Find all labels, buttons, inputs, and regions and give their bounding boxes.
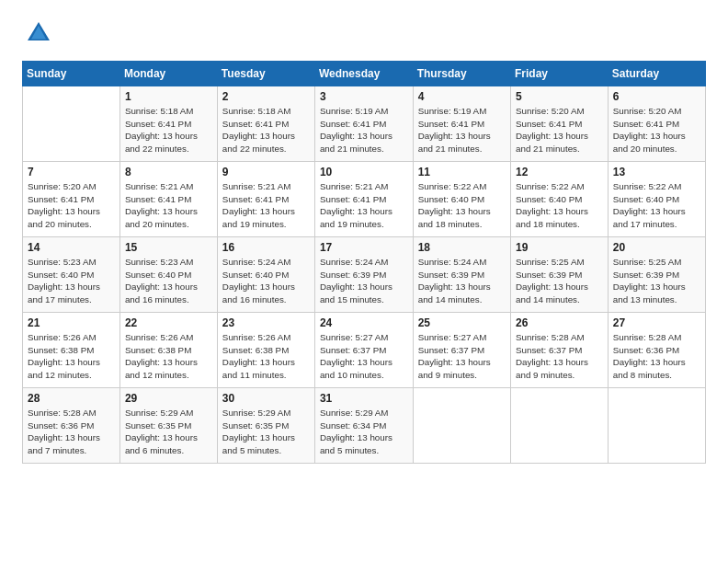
day-number: 30: [222, 392, 310, 405]
day-cell: 22Sunrise: 5:26 AMSunset: 6:38 PMDayligh…: [119, 313, 217, 388]
day-number: 12: [516, 166, 603, 178]
weekday-tuesday: Tuesday: [217, 62, 314, 86]
day-cell: 27Sunrise: 5:28 AMSunset: 6:36 PMDayligh…: [608, 313, 705, 388]
day-number: 5: [516, 90, 603, 103]
day-cell: 23Sunrise: 5:26 AMSunset: 6:38 PMDayligh…: [217, 313, 314, 388]
day-cell: 10Sunrise: 5:21 AMSunset: 6:41 PMDayligh…: [314, 162, 413, 237]
day-number: 18: [418, 241, 506, 254]
week-row-3: 14Sunrise: 5:23 AMSunset: 6:40 PMDayligh…: [23, 237, 706, 313]
day-number: 3: [320, 90, 408, 103]
weekday-saturday: Saturday: [608, 62, 705, 86]
day-cell: 25Sunrise: 5:27 AMSunset: 6:37 PMDayligh…: [413, 313, 510, 388]
day-cell: 7Sunrise: 5:20 AMSunset: 6:41 PMDaylight…: [23, 162, 120, 237]
day-number: 27: [613, 316, 700, 329]
day-info: Sunrise: 5:28 AMSunset: 6:36 PMDaylight:…: [28, 407, 115, 457]
day-info: Sunrise: 5:24 AMSunset: 6:40 PMDaylight:…: [222, 256, 310, 306]
day-number: 22: [125, 316, 212, 329]
day-cell: 13Sunrise: 5:22 AMSunset: 6:40 PMDayligh…: [608, 162, 705, 237]
day-info: Sunrise: 5:25 AMSunset: 6:39 PMDaylight:…: [613, 256, 700, 306]
day-info: Sunrise: 5:21 AMSunset: 6:41 PMDaylight:…: [222, 180, 310, 231]
day-cell: 21Sunrise: 5:26 AMSunset: 6:38 PMDayligh…: [23, 313, 120, 388]
day-info: Sunrise: 5:23 AMSunset: 6:40 PMDaylight:…: [125, 256, 212, 306]
day-cell: 15Sunrise: 5:23 AMSunset: 6:40 PMDayligh…: [119, 237, 217, 313]
day-cell: 11Sunrise: 5:22 AMSunset: 6:40 PMDayligh…: [413, 162, 510, 237]
day-number: 1: [125, 90, 212, 103]
day-number: 2: [222, 90, 310, 103]
day-cell: 24Sunrise: 5:27 AMSunset: 6:37 PMDayligh…: [314, 313, 413, 388]
day-cell: 19Sunrise: 5:25 AMSunset: 6:39 PMDayligh…: [510, 237, 608, 313]
day-number: 4: [418, 90, 506, 103]
day-cell: [510, 388, 608, 464]
day-number: 7: [28, 166, 115, 178]
logo: [22, 18, 57, 48]
day-cell: 6Sunrise: 5:20 AMSunset: 6:41 PMDaylight…: [608, 86, 705, 162]
day-cell: 9Sunrise: 5:21 AMSunset: 6:41 PMDaylight…: [217, 162, 314, 237]
day-info: Sunrise: 5:22 AMSunset: 6:40 PMDaylight:…: [418, 180, 506, 231]
day-number: 6: [613, 90, 700, 103]
day-cell: 30Sunrise: 5:29 AMSunset: 6:35 PMDayligh…: [217, 388, 314, 464]
day-info: Sunrise: 5:28 AMSunset: 6:36 PMDaylight:…: [613, 331, 700, 382]
day-info: Sunrise: 5:18 AMSunset: 6:41 PMDaylight:…: [222, 105, 310, 155]
day-number: 25: [418, 316, 506, 329]
day-number: 28: [28, 392, 115, 405]
day-cell: 2Sunrise: 5:18 AMSunset: 6:41 PMDaylight…: [217, 86, 314, 162]
day-number: 15: [125, 241, 212, 254]
day-info: Sunrise: 5:23 AMSunset: 6:40 PMDaylight:…: [28, 256, 115, 306]
day-info: Sunrise: 5:19 AMSunset: 6:41 PMDaylight:…: [418, 105, 506, 155]
day-cell: 18Sunrise: 5:24 AMSunset: 6:39 PMDayligh…: [413, 237, 510, 313]
day-info: Sunrise: 5:26 AMSunset: 6:38 PMDaylight:…: [28, 331, 115, 382]
day-cell: [23, 86, 120, 162]
day-info: Sunrise: 5:20 AMSunset: 6:41 PMDaylight:…: [28, 180, 115, 231]
day-number: 20: [613, 241, 700, 254]
day-cell: 1Sunrise: 5:18 AMSunset: 6:41 PMDaylight…: [119, 86, 217, 162]
weekday-sunday: Sunday: [23, 62, 120, 86]
day-info: Sunrise: 5:28 AMSunset: 6:37 PMDaylight:…: [516, 331, 603, 382]
week-row-4: 21Sunrise: 5:26 AMSunset: 6:38 PMDayligh…: [23, 313, 706, 388]
day-info: Sunrise: 5:29 AMSunset: 6:35 PMDaylight:…: [222, 407, 310, 457]
header: [22, 18, 706, 48]
day-info: Sunrise: 5:24 AMSunset: 6:39 PMDaylight:…: [418, 256, 506, 306]
weekday-friday: Friday: [510, 62, 608, 86]
day-cell: 26Sunrise: 5:28 AMSunset: 6:37 PMDayligh…: [510, 313, 608, 388]
day-cell: 31Sunrise: 5:29 AMSunset: 6:34 PMDayligh…: [314, 388, 413, 464]
logo-icon: [24, 18, 53, 48]
day-number: 16: [222, 241, 310, 254]
day-number: 13: [613, 166, 700, 178]
day-info: Sunrise: 5:19 AMSunset: 6:41 PMDaylight:…: [320, 105, 408, 155]
day-info: Sunrise: 5:21 AMSunset: 6:41 PMDaylight:…: [320, 180, 408, 231]
week-row-2: 7Sunrise: 5:20 AMSunset: 6:41 PMDaylight…: [23, 162, 706, 237]
day-cell: 8Sunrise: 5:21 AMSunset: 6:41 PMDaylight…: [119, 162, 217, 237]
day-number: 17: [320, 241, 408, 254]
day-info: Sunrise: 5:22 AMSunset: 6:40 PMDaylight:…: [516, 180, 603, 231]
day-number: 14: [28, 241, 115, 254]
day-info: Sunrise: 5:27 AMSunset: 6:37 PMDaylight:…: [320, 331, 408, 382]
day-number: 11: [418, 166, 506, 178]
day-cell: [413, 388, 510, 464]
day-number: 24: [320, 316, 408, 329]
day-info: Sunrise: 5:22 AMSunset: 6:40 PMDaylight:…: [613, 180, 700, 231]
weekday-monday: Monday: [119, 62, 217, 86]
day-info: Sunrise: 5:29 AMSunset: 6:34 PMDaylight:…: [320, 407, 408, 457]
weekday-header-row: SundayMondayTuesdayWednesdayThursdayFrid…: [23, 62, 706, 86]
day-info: Sunrise: 5:20 AMSunset: 6:41 PMDaylight:…: [516, 105, 603, 155]
day-number: 19: [516, 241, 603, 254]
day-info: Sunrise: 5:21 AMSunset: 6:41 PMDaylight:…: [125, 180, 212, 231]
page-container: SundayMondayTuesdayWednesdayThursdayFrid…: [0, 0, 728, 478]
day-info: Sunrise: 5:20 AMSunset: 6:41 PMDaylight:…: [613, 105, 700, 155]
day-info: Sunrise: 5:24 AMSunset: 6:39 PMDaylight:…: [320, 256, 408, 306]
day-number: 8: [125, 166, 212, 178]
day-cell: 4Sunrise: 5:19 AMSunset: 6:41 PMDaylight…: [413, 86, 510, 162]
day-info: Sunrise: 5:29 AMSunset: 6:35 PMDaylight:…: [125, 407, 212, 457]
day-cell: 12Sunrise: 5:22 AMSunset: 6:40 PMDayligh…: [510, 162, 608, 237]
weekday-thursday: Thursday: [413, 62, 510, 86]
calendar-table: SundayMondayTuesdayWednesdayThursdayFrid…: [22, 61, 706, 464]
day-info: Sunrise: 5:26 AMSunset: 6:38 PMDaylight:…: [222, 331, 310, 382]
day-cell: 14Sunrise: 5:23 AMSunset: 6:40 PMDayligh…: [23, 237, 120, 313]
day-number: 10: [320, 166, 408, 178]
day-info: Sunrise: 5:26 AMSunset: 6:38 PMDaylight:…: [125, 331, 212, 382]
day-cell: 20Sunrise: 5:25 AMSunset: 6:39 PMDayligh…: [608, 237, 705, 313]
day-cell: 17Sunrise: 5:24 AMSunset: 6:39 PMDayligh…: [314, 237, 413, 313]
day-cell: 3Sunrise: 5:19 AMSunset: 6:41 PMDaylight…: [314, 86, 413, 162]
day-number: 31: [320, 392, 408, 405]
day-cell: 28Sunrise: 5:28 AMSunset: 6:36 PMDayligh…: [23, 388, 120, 464]
